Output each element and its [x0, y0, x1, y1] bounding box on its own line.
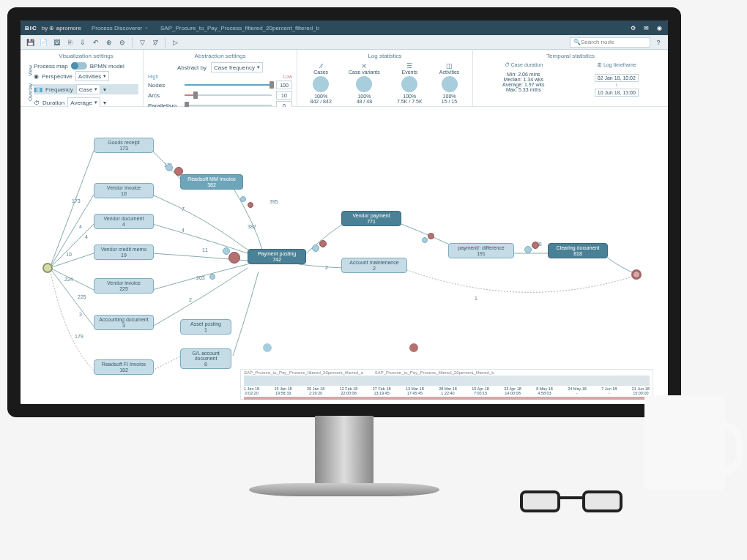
- mail-icon[interactable]: ✉: [642, 25, 650, 31]
- eyeglasses: [520, 490, 622, 520]
- process-map-canvas[interactable]: Goods receipt173 Vendor Invoice10 Vendor…: [21, 107, 668, 404]
- edge-label: 10: [66, 252, 72, 257]
- vendor-label: by ⊕ apromore: [42, 25, 81, 31]
- export-pdf-icon[interactable]: 📄: [38, 37, 48, 48]
- coffee-mug: [644, 395, 725, 490]
- frequency-select[interactable]: Case: [76, 84, 101, 94]
- start-node[interactable]: [42, 263, 53, 273]
- temp-title: Temporal statistics: [477, 53, 664, 59]
- timeline-spark: [244, 376, 650, 386]
- case-duration-col: ⏱ Case duration Min: 2.06 mins Median: 1…: [502, 62, 544, 97]
- token-dot: [422, 237, 428, 243]
- token-dot: [312, 244, 319, 252]
- undo-icon[interactable]: ↶: [91, 37, 101, 48]
- play-icon[interactable]: ▷: [170, 37, 180, 48]
- abstract-by-label: Abstract by: [177, 64, 207, 71]
- stat-events[interactable]: ☰ Events 100% 7.5K / 7.5K: [397, 62, 423, 104]
- filter-icon[interactable]: ▽: [137, 37, 147, 48]
- node-goods-receipt[interactable]: Goods receipt173: [94, 138, 154, 153]
- arcs-value[interactable]: 10: [276, 91, 292, 100]
- timeline-marker-a: [263, 343, 272, 352]
- animation-timeline[interactable]: SAP_Procure_to_Pay_Process_filtered_20pe…: [240, 369, 653, 400]
- frequency-options-icon[interactable]: ▾: [103, 86, 106, 93]
- breadcrumb-root[interactable]: Process Discoverer: [92, 25, 142, 31]
- node-vendor-invoice-10[interactable]: Vendor Invoice10: [94, 183, 154, 198]
- help-icon[interactable]: ?: [653, 37, 664, 48]
- duration-options-icon[interactable]: ▾: [103, 100, 106, 106]
- search-input[interactable]: 🔍 Search node: [570, 37, 650, 48]
- edge-label: 2: [189, 297, 192, 302]
- monitor-stand-base: [249, 483, 439, 496]
- node-vendor-document[interactable]: Vendor document4: [94, 214, 154, 229]
- events-icon: ☰: [397, 62, 423, 70]
- node-readsoft-mm[interactable]: Readsoft MM Invoice382: [180, 174, 243, 190]
- perspective-select[interactable]: Activities: [75, 71, 110, 81]
- series-a-label: SAP_Procure_to_Pay_Process_filtered_20pe…: [244, 370, 363, 375]
- monitor-stand-neck: [315, 416, 374, 489]
- activities-icon: ◫: [439, 62, 460, 70]
- events-pie: [401, 76, 417, 92]
- edge-label: 224: [64, 277, 73, 282]
- frequency-icon: ▮▯▮: [34, 86, 42, 93]
- duration-select[interactable]: Average: [67, 97, 100, 108]
- log-title: Log statistics: [302, 53, 468, 59]
- nodes-label: Nodes: [148, 82, 180, 89]
- nodes-value[interactable]: 100: [276, 81, 292, 89]
- token-dot: [228, 252, 240, 264]
- node-gl-account[interactable]: G/L account document8: [180, 348, 231, 369]
- token-dot: [209, 274, 215, 280]
- arcs-slider[interactable]: [185, 94, 272, 96]
- stat-cases[interactable]: ⫽ Cases 100% 842 / 842: [311, 62, 332, 104]
- token-dot: [248, 202, 253, 208]
- overlay-tab[interactable]: Overlay: [28, 83, 33, 101]
- edge-label: 1: [475, 296, 477, 301]
- series-b-label: SAP_Procure_to_Pay_Process_filtered_20pe…: [375, 370, 494, 375]
- eye-icon: ◉: [34, 73, 39, 80]
- export-data-icon[interactable]: ⎘: [64, 37, 75, 48]
- abstract-by-select[interactable]: Case frequency: [211, 62, 263, 72]
- frequency-label: Frequency: [45, 86, 73, 93]
- token-dot: [240, 196, 246, 202]
- token-dot: [319, 240, 327, 247]
- edge-label: 173: [72, 198, 81, 204]
- model-toggle[interactable]: [71, 62, 87, 70]
- user-icon[interactable]: ◉: [655, 25, 664, 31]
- node-payment-posting[interactable]: Payment posting742: [248, 249, 306, 264]
- node-vendor-payment[interactable]: Vendor payment771: [341, 211, 401, 226]
- duration-icon: ⏱: [34, 100, 40, 106]
- node-asset-posting[interactable]: Asset posting1: [180, 319, 231, 335]
- breadcrumb-sep: ›: [145, 25, 147, 31]
- token-dot: [174, 167, 183, 176]
- node-clearing[interactable]: Clearing document818: [548, 243, 608, 258]
- export-image-icon[interactable]: 🖼: [51, 37, 62, 48]
- nodes-slider[interactable]: [185, 84, 272, 86]
- node-payment-diff[interactable]: payment/: difference191: [448, 243, 514, 258]
- zoom-out-icon[interactable]: ⊖: [117, 37, 127, 48]
- edge-label: 203: [196, 275, 205, 280]
- cases-pie: [313, 76, 329, 92]
- parallel-slider[interactable]: [185, 105, 272, 106]
- monitor-frame: BIC by ⊕ apromore Process Discoverer › S…: [7, 7, 681, 417]
- end-node[interactable]: [631, 269, 642, 280]
- node-account-maint[interactable]: Account maintenance2: [341, 258, 407, 273]
- filter-clear-icon[interactable]: ▽̸: [150, 37, 160, 48]
- stat-variants[interactable]: ⤨ Case variants 100% 48 / 48: [349, 62, 380, 104]
- save-icon[interactable]: 💾: [25, 37, 35, 48]
- zoom-in-icon[interactable]: ⊕: [104, 37, 114, 48]
- node-readsoft-fi[interactable]: Readsoft FI Invoice182: [94, 359, 154, 375]
- view-tab[interactable]: View: [28, 65, 33, 76]
- token-dot: [524, 246, 532, 253]
- node-vendor-invoice-225[interactable]: Vendor invoice225: [94, 278, 154, 294]
- arcs-label: Arcs: [148, 92, 180, 99]
- download-icon[interactable]: ⇩: [78, 37, 88, 48]
- cases-icon: ⫽: [311, 62, 332, 70]
- stat-activities[interactable]: ◫ Activities 100% 15 / 15: [439, 62, 460, 104]
- edge-label: 7: [182, 206, 185, 212]
- edge-label: 2: [325, 265, 328, 270]
- node-vendor-credit[interactable]: Vendor credit memo19: [94, 244, 154, 260]
- toolbar: 💾 📄 🖼 ⎘ ⇩ ↶ ⊕ ⊖ ▽ ▽̸ ▷ 🔍 Search node ?: [21, 35, 668, 50]
- app-logo: BIC: [25, 25, 37, 31]
- settings-row: Visualization settings View Overlay Proc…: [21, 50, 668, 107]
- settings-icon[interactable]: ⚙: [628, 25, 637, 31]
- node-accounting-doc[interactable]: Accounting document3: [94, 315, 154, 330]
